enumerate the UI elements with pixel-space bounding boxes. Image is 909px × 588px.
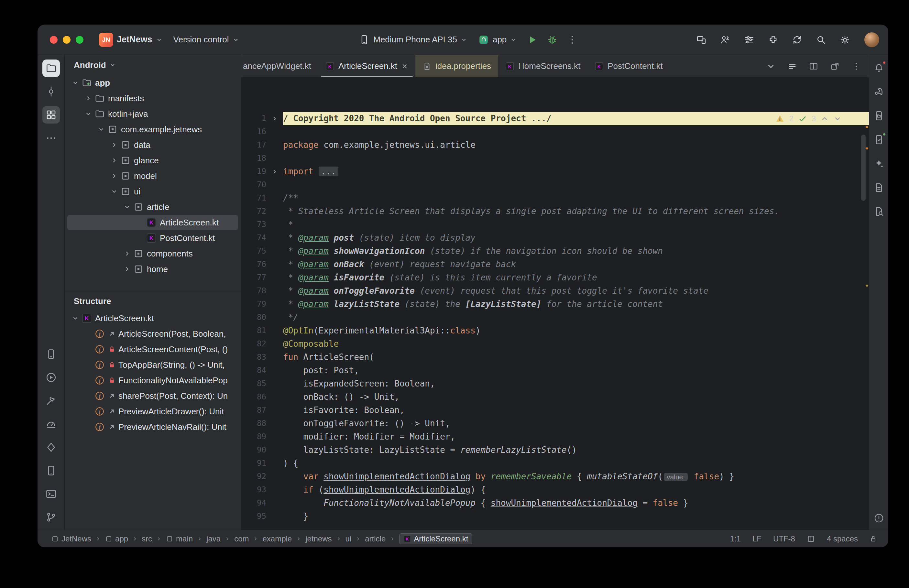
code-line-89[interactable]: 89 modifier: Modifier = Modifier,	[241, 430, 869, 443]
code-line-77[interactable]: 77 * @param isFavorite (state) is this i…	[241, 271, 869, 284]
tab-idea-properties[interactable]: idea.properties	[415, 55, 498, 77]
split-editor-button[interactable]	[807, 60, 820, 73]
file-encoding[interactable]: UTF-8	[773, 534, 795, 543]
code-line-92[interactable]: 92 var showUnimplementedActionDialog by …	[241, 470, 869, 483]
commit-tool-button[interactable]	[42, 83, 60, 100]
project-tool-button[interactable]	[42, 60, 60, 77]
project-item-ui[interactable]: ui	[67, 184, 238, 199]
code-line-93[interactable]: 93 if (showUnimplementedActionDialog) {	[241, 483, 869, 496]
breadcrumb-articlescreen-kt[interactable]: KArticleScreen.kt	[399, 533, 472, 544]
code-line-80[interactable]: 80 */	[241, 311, 869, 324]
editor-options-button[interactable]	[849, 60, 863, 73]
code-line-72[interactable]: 72 * Stateless Article Screen that displ…	[241, 205, 869, 218]
structure-item-articlescreen-kt[interactable]: KArticleScreen.kt	[67, 310, 238, 326]
structure-item-previewarticlenavrail-unit[interactable]: fPreviewArticleNavRail(): Unit	[67, 419, 238, 435]
device-selector[interactable]: Medium Phone API 35	[355, 32, 471, 48]
breadcrumb-java[interactable]: java	[207, 534, 221, 543]
code-line-17[interactable]: 17package com.example.jetnews.ui.article	[241, 139, 869, 152]
code-line-74[interactable]: 74 * @param post (state) item to display	[241, 231, 869, 244]
breadcrumb-example[interactable]: example	[262, 534, 292, 543]
minimize-window-button[interactable]	[63, 36, 71, 44]
vcs-widget[interactable]: Version control	[170, 32, 243, 47]
structure-item-sharepost-post-context-un[interactable]: fsharePost(Post, Context): Un	[67, 388, 238, 404]
zoom-window-button[interactable]	[76, 36, 84, 44]
chevron-down-icon[interactable]	[96, 126, 107, 133]
structure-item-functionalitynotavailablepop[interactable]: fFunctionalityNotAvailablePop	[67, 373, 238, 388]
device-manager-tool-button[interactable]	[42, 346, 60, 363]
code-line-84[interactable]: 84 post: Post,	[241, 364, 869, 377]
code-line-88[interactable]: 88 onToggleFavorite: () -> Unit,	[241, 417, 869, 430]
hidden-tabs-button[interactable]	[764, 60, 778, 73]
project-item-articlescreen-kt[interactable]: KArticleScreen.kt	[67, 215, 238, 230]
chevron-down-icon[interactable]	[70, 79, 81, 86]
code-line-94[interactable]: 94 FunctionalityNotAvailablePopup { show…	[241, 496, 869, 510]
code-line-71[interactable]: 71/**	[241, 191, 869, 205]
gradle-button[interactable]	[871, 84, 887, 100]
terminal-tool-button[interactable]	[42, 485, 60, 502]
detach-editor-button[interactable]	[828, 60, 842, 73]
more-tool-windows-button[interactable]	[42, 129, 60, 147]
build-tool-button[interactable]	[42, 392, 60, 409]
structure-item-previewarticledrawer-unit[interactable]: fPreviewArticleDrawer(): Unit	[67, 404, 238, 419]
project-item-home[interactable]: home	[67, 261, 238, 277]
debug-button[interactable]	[544, 31, 560, 48]
breadcrumb-jetnews[interactable]: jetnews	[305, 534, 332, 543]
close-window-button[interactable]	[50, 36, 58, 44]
chevron-right-icon[interactable]	[109, 172, 120, 179]
version-control-tool-button[interactable]	[42, 509, 60, 526]
chevron-right-icon[interactable]	[122, 250, 132, 257]
editor-scrollbar[interactable]	[861, 134, 865, 201]
code-line-16[interactable]: 16	[241, 125, 869, 139]
fold-arrow-icon[interactable]	[266, 115, 283, 122]
code-line-85[interactable]: 85 isExpandedScreen: Boolean,	[241, 377, 869, 390]
code-line-19[interactable]: 19import ...	[241, 165, 869, 178]
breadcrumb-app[interactable]: app	[105, 534, 128, 543]
code-line-79[interactable]: 79 * @param lazyListState (state) the [L…	[241, 297, 869, 311]
breadcrumb-ui[interactable]: ui	[346, 534, 352, 543]
project-widget[interactable]: JN JetNews	[95, 30, 166, 50]
code-line-78[interactable]: 78 * @param onToggleFavorite (event) req…	[241, 284, 869, 297]
code-editor[interactable]: 1/ Copyright 2020 The Android Open Sourc…	[241, 78, 869, 530]
code-line-75[interactable]: 75 * @param showNavigationIcon (state) i…	[241, 244, 869, 258]
gemini-button[interactable]	[871, 156, 887, 171]
notifications-button[interactable]	[871, 60, 887, 76]
write-access-icon[interactable]	[870, 535, 878, 543]
run-config-selector[interactable]: app	[474, 32, 520, 48]
code-line-82[interactable]: 82@Composable	[241, 338, 869, 351]
code-with-me-button[interactable]	[717, 31, 734, 48]
chevron-right-icon[interactable]	[83, 95, 94, 102]
breadcrumb-article[interactable]: article	[365, 534, 386, 543]
run-button[interactable]	[524, 31, 541, 48]
editor-layout-button[interactable]	[785, 60, 799, 73]
chevron-right-icon[interactable]	[109, 157, 120, 164]
structure-item-topappbar-string-unit[interactable]: fTopAppBar(String, () -> Unit,	[67, 357, 238, 373]
plugins-button[interactable]	[765, 31, 781, 48]
close-tab-icon[interactable]	[401, 63, 408, 70]
code-line-87[interactable]: 87 isFavorite: Boolean,	[241, 404, 869, 417]
code-line-95[interactable]: 95 }	[241, 510, 869, 523]
project-item-app[interactable]: app	[67, 75, 238, 90]
project-item-com-example-jetnews[interactable]: com.example.jetnews	[67, 122, 238, 137]
tab-glanceappwidget[interactable]: anceAppWidget.kt	[241, 55, 318, 77]
breadcrumb-src[interactable]: src	[142, 534, 152, 543]
chevron-right-icon[interactable]	[122, 265, 132, 273]
project-item-model[interactable]: model	[67, 168, 238, 184]
run-tool-button[interactable]	[42, 369, 60, 386]
code-line-81[interactable]: 81@OptIn(ExperimentalMaterial3Api::class…	[241, 324, 869, 338]
code-line-76[interactable]: 76 * @param onBack (event) request navig…	[241, 258, 869, 271]
code-line-86[interactable]: 86 onBack: () -> Unit,	[241, 390, 869, 404]
sync-project-button[interactable]	[789, 31, 806, 48]
prev-issue-button[interactable]	[820, 115, 829, 123]
problems-button[interactable]	[871, 510, 887, 526]
project-item-kotlin-java[interactable]: kotlin+java	[67, 106, 238, 122]
running-devices-tool-button[interactable]	[42, 462, 60, 479]
device-explorer-button[interactable]	[871, 108, 887, 124]
code-line-70[interactable]: 70	[241, 178, 869, 191]
breadcrumb-com[interactable]: com	[234, 534, 249, 543]
project-item-article[interactable]: article	[67, 199, 238, 215]
profiler-tool-button[interactable]	[42, 415, 60, 433]
project-item-postcontent-kt[interactable]: KPostContent.kt	[67, 230, 238, 246]
breadcrumb-main[interactable]: main	[166, 534, 193, 543]
device-mirror-button[interactable]	[693, 31, 710, 48]
breadcrumb-jetnews[interactable]: JetNews	[51, 534, 91, 543]
